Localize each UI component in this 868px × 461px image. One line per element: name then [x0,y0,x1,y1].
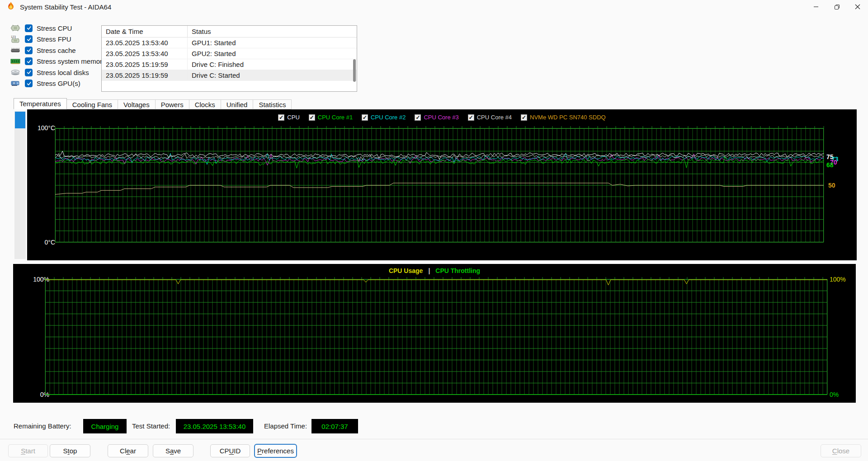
log-scrollbar[interactable] [353,27,356,90]
gpu-icon [10,80,21,88]
legend-checkbox[interactable]: ✓ [278,114,284,121]
cpu-usage-chart-panel: CPU Usage|CPU Throttling 100% 0% 100% 0% [13,264,856,403]
usage-axis-right-top: 100% [830,276,846,283]
chart-vertical-scrollbar-thumb[interactable] [15,112,25,128]
log-cell-datetime: 23.05.2025 15:19:59 [102,59,188,70]
legend-checkbox[interactable]: ✓ [309,114,315,121]
legend-label: CPU [287,114,299,121]
cpu-usage-plot [45,279,827,395]
status-bar: Remaining Battery:ChargingTest Started:2… [0,419,868,433]
legend-checkbox[interactable]: ✓ [362,114,368,121]
status-label: Test Started: [132,422,170,430]
current-value-label: 68 [826,161,834,169]
tab-powers[interactable]: Powers [156,99,189,109]
cpu-icon [10,24,21,32]
tab-statistics[interactable]: Statistics [253,99,292,109]
tab-clocks[interactable]: Clocks [189,99,221,109]
status-label: Remaining Battery: [14,422,71,430]
disk-icon [10,68,21,76]
temperature-chart-panel: ✓CPU✓CPU Core #1✓CPU Core #2✓CPU Core #3… [27,109,857,260]
usage-header-cpu-usage: CPU Usage [389,267,423,274]
legend-label: CPU Core #4 [477,114,512,121]
usage-header-cpu-throttling: CPU Throttling [435,267,480,274]
clear-button[interactable]: Clear [108,444,148,457]
stress-item: Stress system memory [10,56,106,67]
stress-item-label: Stress GPU(s) [37,80,80,87]
title-bar: System Stability Test - AIDA64 [0,0,868,14]
start-button[interactable]: Start [8,444,48,457]
temp-axis-bottom-label: 0°C [31,239,55,246]
log-col-status: Status [188,28,357,35]
cache-icon [10,46,21,54]
tab-temperatures[interactable]: Temperatures [14,98,67,109]
legend-item: ✓CPU Core #4 [468,114,512,121]
stress-item: Stress local disks [10,67,106,78]
status-label: Elapsed Time: [264,422,307,430]
button-row: StartStopClearSaveCPUIDPreferencesClose [0,444,868,458]
restore-button[interactable] [826,0,847,14]
log-header-row: Date & TimeStatus [102,26,357,38]
close-dialog-button[interactable]: Close [821,444,861,457]
log-cell-datetime: 23.05.2025 13:53:40 [102,38,188,48]
log-col-datetime: Date & Time [102,26,188,37]
legend-label: CPU Core #2 [371,114,406,121]
stress-checkbox[interactable] [25,35,33,43]
stress-item: Stress CPU [10,23,106,34]
minimize-button[interactable] [806,0,826,14]
tab-bar: TemperaturesCooling FansVoltagesPowersCl… [14,98,292,109]
window-title: System Stability Test - AIDA64 [20,3,111,11]
current-value-label: 50 [828,182,835,189]
stress-item: Stress GPU(s) [10,78,106,89]
legend-item: ✓CPU [278,114,299,121]
log-cell-status: GPU1: Started [188,39,357,47]
stress-item-label: Stress cache [37,47,76,54]
stress-item-label: Stress FPU [37,35,71,43]
stress-item-label: Stress CPU [37,24,72,32]
chart-vertical-scrollbar[interactable] [14,111,26,259]
temperature-plot [55,128,824,242]
stress-item: Stress cache [10,45,106,56]
legend-item: ✓CPU Core #3 [415,114,458,121]
legend-label: CPU Core #3 [424,114,458,121]
stop-button[interactable]: Stop [50,444,90,457]
save-button[interactable]: Save [153,444,193,457]
log-cell-datetime: 23.05.2025 13:53:40 [102,48,188,59]
stress-item-label: Stress system memory [37,57,106,65]
stress-list: Stress CPU123Stress FPUStress cacheStres… [10,23,106,89]
legend-checkbox[interactable]: ✓ [521,114,527,121]
status-value: Charging [83,419,127,433]
temperature-legend: ✓CPU✓CPU Core #1✓CPU Core #2✓CPU Core #3… [27,114,857,121]
cpuid-button[interactable]: CPUID [210,444,250,457]
tab-cooling-fans[interactable]: Cooling Fans [67,99,118,109]
stress-item-label: Stress local disks [37,69,89,76]
tab-voltages[interactable]: Voltages [118,99,156,109]
stress-checkbox[interactable] [25,47,33,54]
preferences-button[interactable]: Preferences [255,444,297,457]
log-table: Date & TimeStatus23.05.2025 13:53:40GPU1… [101,25,357,92]
legend-label: NVMe WD PC SN740 SDDQ [530,114,606,121]
log-row[interactable]: 23.05.2025 13:53:40GPU2: Started [102,48,357,59]
stress-checkbox[interactable] [25,24,33,32]
temp-axis-top-label: 100°C [31,124,55,132]
legend-checkbox[interactable]: ✓ [415,114,421,121]
log-cell-datetime: 23.05.2025 15:19:59 [102,70,188,80]
log-scrollbar-thumb[interactable] [353,59,356,82]
tab-unified[interactable]: Unified [221,99,254,109]
usage-axis-right-bottom: 0% [830,391,839,398]
log-row[interactable]: 23.05.2025 13:53:40GPU1: Started [102,38,357,48]
log-row[interactable]: 23.05.2025 15:19:59Drive C: Started [102,70,357,81]
log-cell-status: GPU2: Started [188,50,357,57]
button-divider [0,439,868,439]
caption-buttons [806,0,868,14]
stress-checkbox[interactable] [25,80,33,87]
stress-checkbox[interactable] [25,69,33,76]
legend-checkbox[interactable]: ✓ [468,114,474,121]
stress-checkbox[interactable] [25,57,33,65]
log-cell-status: Drive C: Finished [188,61,357,68]
log-row[interactable]: 23.05.2025 15:19:59Drive C: Finished [102,59,357,70]
log-cell-status: Drive C: Started [188,71,357,79]
legend-item: ✓NVMe WD PC SN740 SDDQ [521,114,606,121]
close-button[interactable] [847,0,868,14]
usage-chart-header: CPU Usage|CPU Throttling [13,267,856,274]
legend-item: ✓CPU Core #2 [362,114,406,121]
